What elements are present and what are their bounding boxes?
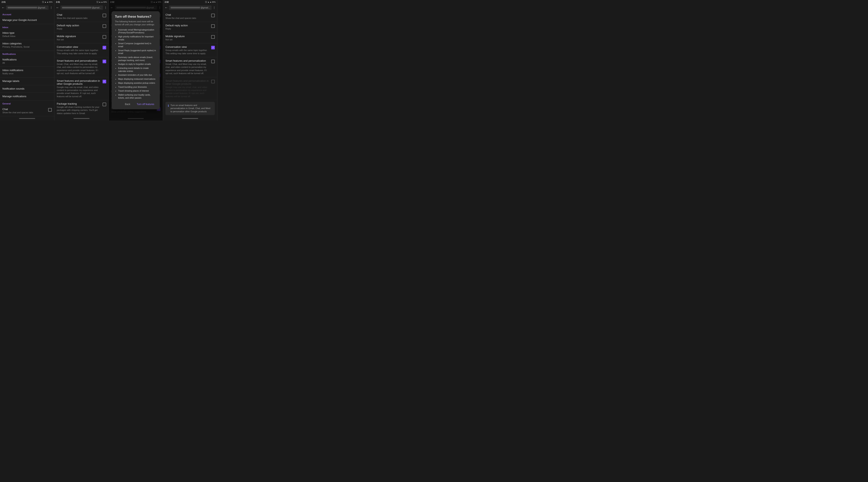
bottom-pill-4 (182, 118, 198, 119)
notification-sounds-item[interactable]: Notification sounds (0, 85, 54, 93)
back-arrow-2[interactable]: ← (56, 6, 59, 9)
inbox-notifications-subtitle: Notify once (2, 72, 52, 75)
chat-item-4[interactable]: Chat Show the chat and spaces tabs (163, 11, 217, 22)
dialog-list-item: Maps displaying restaurant reservations (118, 78, 157, 81)
manage-google-title: Manage your Google Account (2, 19, 52, 22)
smart-feat-other-checkbox-2[interactable] (102, 80, 106, 83)
time-4: 2:02 (165, 1, 168, 3)
section-account: Account (0, 11, 54, 17)
dialog-list-item: Extracting event details to create calen… (118, 67, 157, 72)
inbox-type-subtitle: Default Inbox (2, 35, 52, 38)
notification-sounds-title: Notification sounds (2, 87, 52, 90)
smart-feat-content-2: Smart features and personalization Gmail… (57, 59, 102, 75)
more-icon-1[interactable]: ⋮ (50, 6, 53, 9)
smart-feat-item-2[interactable]: Smart features and personalization Gmail… (54, 57, 108, 77)
smart-feat-checkbox-4[interactable] (211, 60, 215, 63)
chat-checkbox-2[interactable] (102, 14, 106, 17)
signal-icon: ▲ (47, 1, 49, 3)
dialog-back-button[interactable]: Back (122, 101, 133, 107)
panel-settings-4: 2:02 ⬛ ▲ ▲ 93% ← @gmail... ⋮ Chat Show t… (163, 0, 217, 121)
mobile-sig-content-4: Mobile signature Not set (165, 35, 211, 41)
email-bar-1: @gmail... (6, 5, 49, 10)
conv-view-item-4[interactable]: Conversation view Group emails with the … (163, 43, 217, 57)
signal-icon-2: ▲ (101, 1, 103, 3)
more-icon-2[interactable]: ⋮ (104, 6, 107, 9)
default-reply-checkbox-2[interactable] (102, 24, 106, 28)
section-inbox: Inbox (0, 24, 54, 29)
smart-feat-other-subtitle-4: Google may use my email, chat, and video… (165, 86, 210, 98)
panel-settings-2: 2:01 ⬛ ▲ ▲ 93% ← @gmail... ⋮ Chat Show t… (54, 0, 109, 121)
mobile-sig-item-2[interactable]: Mobile signature Not set (54, 33, 108, 43)
inbox-categories-title: Inbox categories (2, 42, 52, 45)
notifications-item[interactable]: Notifications All (0, 56, 54, 67)
mobile-sig-subtitle-2: Not set (57, 38, 101, 41)
mobile-sig-subtitle-4: Not set (165, 38, 210, 41)
section-general: General (0, 100, 54, 106)
dialog-list-item: Travel bundling your itineraries (118, 86, 157, 89)
manage-labels-title: Manage labels (2, 80, 52, 83)
manage-labels-item[interactable]: Manage labels (0, 78, 54, 85)
smart-feat-other-item-2[interactable]: Smart features and personalization in ot… (54, 77, 108, 100)
smart-feat-other-title-2: Smart features and personalization in ot… (57, 79, 101, 85)
dialog-overlay: Turn off these features? The following f… (109, 0, 163, 121)
panel-settings-main: 2:01 ⬛ ▲ ▲ 93% ← @gmail... ⋮ Account Man… (0, 0, 54, 121)
settings-content-4: Chat Show the chat and spaces tabs Defau… (163, 11, 217, 121)
bottom-bar-4 (163, 117, 217, 121)
dialog-turn-off-button[interactable]: Turn off features (134, 101, 157, 107)
wifi-icon: ▲ (44, 1, 46, 3)
section-notifications: Notifications (0, 51, 54, 56)
conv-view-content-2: Conversation view Group emails with the … (57, 46, 102, 55)
more-icon-4[interactable]: ⋮ (213, 6, 216, 9)
inbox-type-item[interactable]: Inbox type Default Inbox (0, 29, 54, 40)
default-reply-item-2[interactable]: Default reply action Reply (54, 22, 108, 33)
conv-view-item-2[interactable]: Conversation view Group emails with the … (54, 43, 108, 57)
info-box-4: ℹ Turn on smart features and personaliza… (165, 102, 215, 115)
pkg-tracking-checkbox-2[interactable] (102, 102, 106, 106)
chat-checkbox-1[interactable] (48, 108, 52, 112)
inbox-type-title: Inbox type (2, 31, 52, 34)
mobile-sig-title-4: Mobile signature (165, 35, 210, 38)
smart-feat-other-subtitle-2: Google may use my email, chat, and video… (57, 86, 101, 98)
inbox-notifications-item[interactable]: Inbox notifications Notify once (0, 67, 54, 77)
manage-notifications-item[interactable]: Manage notifications (0, 93, 54, 100)
smart-feat-other-content-4: Smart features and personalization in ot… (165, 79, 211, 98)
notifications-subtitle: All (2, 61, 52, 64)
smart-feat-checkbox-2[interactable] (102, 60, 106, 63)
inbox-categories-item[interactable]: Inbox categories Primary, Promotions, So… (0, 40, 54, 51)
smart-feat-subtitle-4: Gmail, Chat, and Meet may use my email, … (165, 63, 210, 75)
mobile-sig-checkbox-4[interactable] (211, 35, 215, 39)
mobile-sig-checkbox-2[interactable] (102, 35, 106, 39)
dialog-list-item: High priority notifications for importan… (118, 35, 157, 41)
chat-item-1[interactable]: Chat Show the chat and spaces tabs (0, 106, 54, 116)
back-arrow-4[interactable]: ← (165, 6, 168, 9)
top-bar-2: ← @gmail... ⋮ (54, 4, 108, 11)
signal-icon-4: ▲ (210, 1, 212, 3)
pkg-tracking-item-2[interactable]: Package tracking Google will share track… (54, 100, 108, 117)
smart-feat-title-2: Smart features and personalization (57, 59, 101, 62)
chat-item-2[interactable]: Chat Show the chat and spaces tabs (54, 11, 108, 22)
dialog-title: Turn off these features? (115, 15, 157, 19)
conv-view-checkbox-2[interactable] (102, 46, 106, 50)
smart-feat-item-4[interactable]: Smart features and personalization Gmail… (163, 57, 217, 77)
status-icons-2: ⬛ ▲ ▲ 93% (96, 1, 107, 3)
email-suffix-4: @gmail... (200, 6, 210, 9)
default-reply-item-4[interactable]: Default reply action Reply (163, 22, 217, 33)
dialog-list-item: Nudges to reply to forgotten emails (118, 63, 157, 66)
conv-view-checkbox-4[interactable] (211, 46, 215, 50)
status-icons-4: ⬛ ▲ ▲ 93% (205, 1, 216, 3)
top-bar-1: ← @gmail... ⋮ (0, 4, 54, 11)
dialog-list-item: Automatic email filtering/categorization… (118, 28, 157, 34)
default-reply-content-4: Default reply action Reply (165, 24, 211, 30)
dialog-subtitle: The following features and more will be … (115, 20, 157, 26)
chat-checkbox-4[interactable] (211, 14, 215, 17)
back-arrow-1[interactable]: ← (2, 6, 5, 9)
dialog-list-item: Smart Reply (suggested quick replies) in… (118, 49, 157, 55)
mobile-sig-item-4[interactable]: Mobile signature Not set (163, 33, 217, 43)
info-text-4: Turn on smart features and personalizati… (170, 104, 212, 113)
smart-feat-other-item-4: Smart features and personalization in ot… (163, 77, 217, 100)
manage-google-account[interactable]: Manage your Google Account (0, 17, 54, 24)
status-bar-4: 2:02 ⬛ ▲ ▲ 93% (163, 0, 217, 4)
battery-icon-4: 93% (212, 1, 216, 3)
default-reply-checkbox-4[interactable] (211, 24, 215, 28)
tablet-icon-2: ⬛ (96, 1, 99, 3)
